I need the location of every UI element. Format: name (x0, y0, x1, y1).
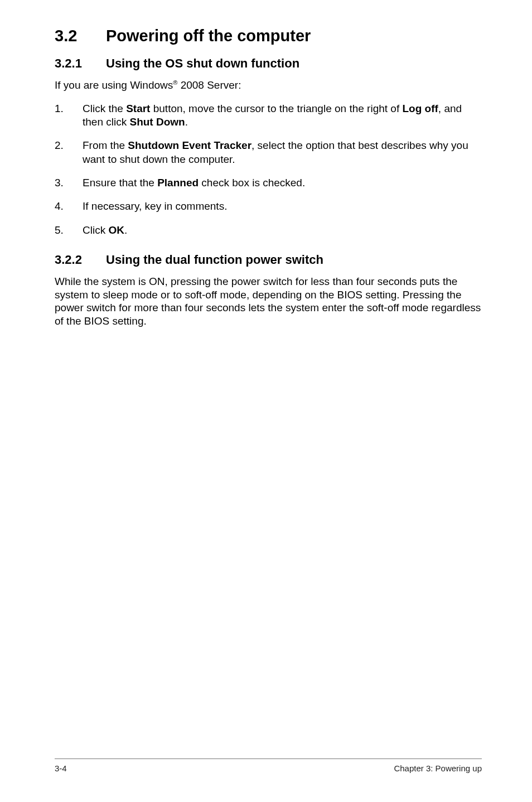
step-marker: 1. (55, 102, 83, 129)
text-run: Click (83, 224, 108, 236)
intro-prefix: If you are using Windows (55, 79, 173, 91)
footer-chapter: Chapter 3: Powering up (394, 764, 482, 773)
step-content: If necessary, key in comments. (83, 200, 482, 213)
text-run: check box is checked. (199, 177, 305, 189)
bold-text: Shutdown Event Tracker (128, 139, 252, 151)
step-marker: 4. (55, 200, 83, 213)
text-run: If necessary, key in comments. (83, 200, 227, 212)
step-content: From the Shutdown Event Tracker, select … (83, 139, 482, 166)
list-item: 1.Click the Start button, move the curso… (55, 102, 482, 129)
steps-list: 1.Click the Start button, move the curso… (55, 102, 482, 237)
subsection-1-number: 3.2.1 (55, 56, 106, 71)
step-content: Click the Start button, move the cursor … (83, 102, 482, 129)
section-title-text: Powering off the computer (106, 27, 311, 45)
step-marker: 2. (55, 139, 83, 166)
list-item: 2.From the Shutdown Event Tracker, selec… (55, 139, 482, 166)
subsection-2: 3.2.2Using the dual function power switc… (55, 253, 482, 328)
subsection-1-intro: If you are using Windows® 2008 Server: (55, 79, 482, 92)
subsection-2-para: While the system is ON, pressing the pow… (55, 275, 482, 328)
step-marker: 5. (55, 224, 83, 237)
step-content: Click OK. (83, 224, 482, 237)
text-run: . (124, 224, 127, 236)
bold-text: Log off (402, 103, 438, 114)
intro-suffix: 2008 Server: (177, 79, 241, 91)
footer-page-number: 3-4 (55, 764, 67, 773)
list-item: 3.Ensure that the Planned check box is c… (55, 176, 482, 190)
text-run: . (185, 116, 188, 128)
step-content: Ensure that the Planned check box is che… (83, 176, 482, 190)
subsection-2-title: Using the dual function power switch (106, 253, 323, 267)
bold-text: Planned (157, 177, 199, 189)
text-run: Click the (83, 103, 126, 114)
text-run: button, move the cursor to the triangle … (150, 103, 402, 114)
bold-text: Shut Down (129, 116, 185, 128)
section-heading: 3.2Powering off the computer (55, 27, 482, 45)
section-number: 3.2 (55, 27, 106, 45)
list-item: 4.If necessary, key in comments. (55, 200, 482, 213)
step-marker: 3. (55, 176, 83, 190)
page-footer: 3-4 Chapter 3: Powering up (55, 758, 482, 773)
page-content: 3.2Powering off the computer 3.2.1Using … (55, 27, 482, 328)
subsection-1-heading: 3.2.1Using the OS shut down function (55, 56, 482, 71)
subsection-1-title: Using the OS shut down function (106, 56, 299, 70)
bold-text: OK (108, 224, 124, 236)
text-run: Ensure that the (83, 177, 157, 189)
subsection-2-number: 3.2.2 (55, 253, 106, 267)
text-run: From the (83, 139, 128, 151)
list-item: 5.Click OK. (55, 224, 482, 237)
subsection-2-heading: 3.2.2Using the dual function power switc… (55, 253, 482, 267)
bold-text: Start (126, 103, 150, 114)
